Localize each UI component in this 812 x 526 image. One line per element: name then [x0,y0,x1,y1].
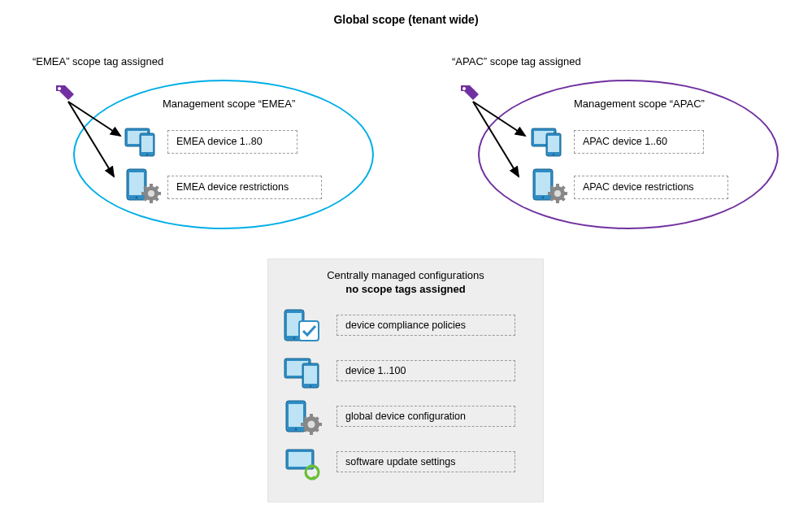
svg-line-4 [473,102,525,136]
svg-rect-57 [310,432,313,435]
svg-rect-16 [150,184,153,187]
svg-rect-30 [536,172,550,195]
svg-rect-59 [319,423,322,426]
central-panel: Centrally managed configurations no scop… [267,259,544,502]
svg-rect-45 [299,321,319,341]
svg-point-15 [148,190,154,197]
devices-icon [281,354,323,392]
svg-line-3 [68,102,114,176]
central-row-config: global device configuration [278,398,533,438]
emea-restrictions-icon [122,167,161,206]
svg-rect-34 [556,184,559,187]
compliance-box: device compliance policies [337,315,515,336]
svg-point-50 [310,385,311,387]
emea-devices-icon [122,125,161,160]
svg-point-0 [58,87,61,90]
svg-line-5 [473,102,519,176]
svg-rect-27 [548,136,559,152]
svg-point-10 [146,154,148,155]
apac-restrictions-box: APAC device restrictions [574,176,728,199]
diagram-title: Global scope (tenant wide) [0,13,812,26]
svg-rect-58 [301,423,304,426]
updates-icon [281,445,323,483]
svg-point-53 [295,428,297,431]
svg-point-1 [462,87,466,90]
central-row-compliance: device compliance policies [278,306,533,347]
central-row-devices: device 1..100 [278,352,533,393]
emea-devices-box: EMEA device 1..80 [167,130,297,154]
apac-restrictions-icon [528,167,567,206]
svg-rect-56 [310,414,313,417]
svg-point-31 [542,197,545,199]
svg-point-33 [554,190,561,197]
central-subtitle: no scope tags assigned [278,283,533,295]
apac-devices-icon [528,125,567,160]
apac-scope-label: Management scope “APAC” [574,98,705,110]
central-row-updates: software update settings [278,443,533,484]
central-title: Centrally managed configurations [278,269,533,281]
svg-rect-37 [564,192,567,195]
emea-tagline: “EMEA” scope tag assigned [33,55,163,67]
svg-rect-18 [141,192,145,195]
svg-rect-9 [141,136,153,152]
emea-scope-label: Management scope “EMEA” [163,98,295,110]
apac-devices-box: APAC device 1..60 [574,130,704,154]
svg-rect-19 [158,192,161,195]
svg-line-2 [68,102,120,136]
svg-point-28 [553,154,554,155]
config-box: global device configuration [337,406,515,427]
emea-restrictions-box: EMEA device restrictions [167,176,322,199]
updates-box: software update settings [337,451,515,472]
devices-box: device 1..100 [337,360,515,381]
config-icon [281,399,323,437]
svg-rect-36 [548,192,551,195]
svg-rect-35 [556,200,559,203]
svg-rect-12 [129,172,144,195]
svg-point-13 [136,197,138,199]
apac-tagline: “APAC” scope tag assigned [452,55,581,67]
svg-rect-65 [289,452,311,467]
svg-rect-49 [304,366,317,384]
svg-point-44 [293,337,296,340]
svg-point-55 [308,421,315,428]
compliance-icon [281,308,323,346]
svg-rect-17 [150,200,153,203]
